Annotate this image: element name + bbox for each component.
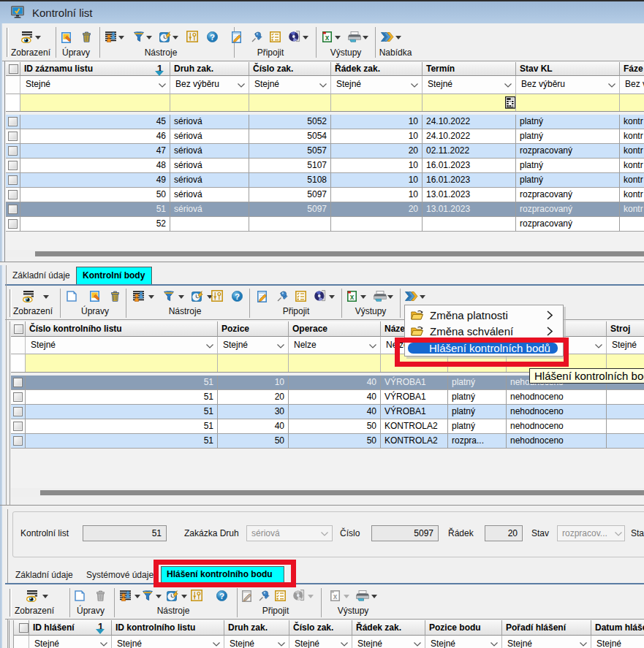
svg-text:?: ? [210,33,215,42]
svg-text:x: x [333,592,338,601]
svg-text:x: x [325,34,330,42]
svg-text:?: ? [235,292,240,301]
svg-text:x: x [350,293,355,301]
svg-text:?: ? [219,592,224,601]
